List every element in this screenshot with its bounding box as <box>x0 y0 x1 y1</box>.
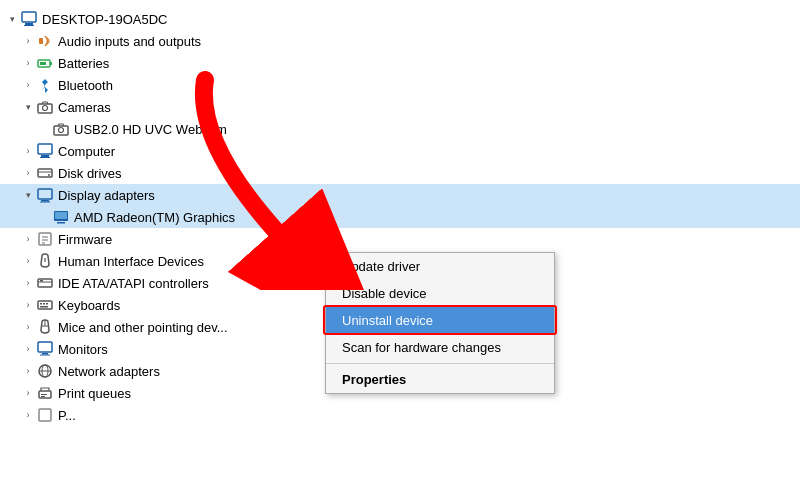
expand-firmware-icon: › <box>20 231 36 247</box>
svg-rect-46 <box>41 396 45 397</box>
svg-rect-22 <box>57 222 65 224</box>
svg-rect-18 <box>41 200 49 202</box>
tree-item-firmware[interactable]: › Firmware <box>0 228 800 250</box>
expand-batteries-icon: › <box>20 55 36 71</box>
firmware-icon <box>36 230 54 248</box>
context-scan-changes[interactable]: Scan for hardware changes <box>326 334 554 361</box>
context-menu: Update driver Disable device Uninstall d… <box>325 252 555 394</box>
print-icon <box>36 384 54 402</box>
svg-rect-38 <box>38 342 52 352</box>
expand-print-icon: › <box>20 385 36 401</box>
cameras-icon <box>36 98 54 116</box>
context-update-driver[interactable]: Update driver <box>326 253 554 280</box>
svg-rect-45 <box>41 394 47 395</box>
context-uninstall-device[interactable]: Uninstall device <box>326 307 554 334</box>
bluetooth-label: Bluetooth <box>58 78 113 93</box>
display-icon <box>36 186 54 204</box>
svg-rect-17 <box>38 189 52 199</box>
tree-item-audio[interactable]: › Audio inputs and outputs <box>0 30 800 52</box>
svg-rect-11 <box>38 144 52 154</box>
svg-rect-31 <box>38 301 52 309</box>
computer-icon <box>20 10 38 28</box>
svg-rect-33 <box>43 303 45 305</box>
tree-item-disk[interactable]: › Disk drives <box>0 162 800 184</box>
audio-icon <box>36 32 54 50</box>
tree-item-webcam[interactable]: USB2.0 HD UVC Webcam <box>0 118 800 140</box>
svg-rect-5 <box>50 62 52 65</box>
hid-label: Human Interface Devices <box>58 254 204 269</box>
svg-rect-35 <box>40 306 48 308</box>
tree-item-cameras[interactable]: ▾ Cameras <box>0 96 800 118</box>
svg-point-8 <box>43 106 48 111</box>
expand-disk-icon: › <box>20 165 36 181</box>
disk-icon <box>36 164 54 182</box>
svg-rect-14 <box>38 169 52 177</box>
mice-label: Mice and other pointing dev... <box>58 320 228 335</box>
svg-rect-0 <box>22 12 36 22</box>
audio-label: Audio inputs and outputs <box>58 34 201 49</box>
webcam-icon <box>52 120 70 138</box>
expand-display-icon: ▾ <box>20 187 36 203</box>
root-label: DESKTOP-19OA5DC <box>42 12 167 27</box>
bluetooth-icon <box>36 76 54 94</box>
svg-rect-2 <box>24 25 34 26</box>
expand-keyboards-icon: › <box>20 297 36 313</box>
ide-icon <box>36 274 54 292</box>
monitors-label: Monitors <box>58 342 108 357</box>
monitors-icon <box>36 340 54 358</box>
tree-item-computer[interactable]: › Computer <box>0 140 800 162</box>
batteries-icon <box>36 54 54 72</box>
context-divider <box>326 363 554 364</box>
svg-rect-13 <box>40 157 50 158</box>
firmware-label: Firmware <box>58 232 112 247</box>
tree-item-display[interactable]: ▾ Display adapters <box>0 184 800 206</box>
tree-item-p[interactable]: › P... <box>0 404 800 426</box>
tree-item-batteries[interactable]: › Batteries <box>0 52 800 74</box>
svg-point-16 <box>48 174 50 176</box>
svg-rect-30 <box>40 280 43 282</box>
expand-computer-icon: › <box>20 143 36 159</box>
amd-icon <box>52 208 70 226</box>
svg-rect-19 <box>40 202 50 203</box>
svg-rect-40 <box>40 355 50 356</box>
expand-cameras-icon: ▾ <box>20 99 36 115</box>
expand-monitors-icon: › <box>20 341 36 357</box>
tree-root[interactable]: ▾ DESKTOP-19OA5DC <box>0 8 800 30</box>
expand-root-icon: ▾ <box>4 11 20 27</box>
expand-hid-icon: › <box>20 253 36 269</box>
expand-amd-icon <box>36 209 52 225</box>
svg-rect-34 <box>46 303 48 305</box>
print-label: Print queues <box>58 386 131 401</box>
expand-webcam-icon <box>36 121 52 137</box>
svg-rect-32 <box>40 303 42 305</box>
svg-rect-6 <box>40 62 46 65</box>
svg-rect-47 <box>39 409 51 421</box>
keyboards-label: Keyboards <box>58 298 120 313</box>
keyboards-icon <box>36 296 54 314</box>
device-manager: ▾ DESKTOP-19OA5DC › Audio inputs and out… <box>0 0 800 500</box>
tree-item-bluetooth[interactable]: › Bluetooth <box>0 74 800 96</box>
context-disable-device[interactable]: Disable device <box>326 280 554 307</box>
expand-audio-icon: › <box>20 33 36 49</box>
svg-rect-21 <box>55 212 67 219</box>
display-label: Display adapters <box>58 188 155 203</box>
disk-label: Disk drives <box>58 166 122 181</box>
expand-ide-icon: › <box>20 275 36 291</box>
mice-icon <box>36 318 54 336</box>
expand-p-icon: › <box>20 407 36 423</box>
batteries-label: Batteries <box>58 56 109 71</box>
hid-icon <box>36 252 54 270</box>
computer-tree-icon <box>36 142 54 160</box>
svg-rect-1 <box>25 23 33 25</box>
cameras-label: Cameras <box>58 100 111 115</box>
context-properties[interactable]: Properties <box>326 366 554 393</box>
p-label: P... <box>58 408 76 423</box>
svg-rect-3 <box>39 38 43 44</box>
tree-item-amd[interactable]: AMD Radeon(TM) Graphics <box>0 206 800 228</box>
ide-label: IDE ATA/ATAPI controllers <box>58 276 209 291</box>
amd-label: AMD Radeon(TM) Graphics <box>74 210 235 225</box>
computer-label: Computer <box>58 144 115 159</box>
svg-point-10 <box>59 128 64 133</box>
svg-rect-12 <box>41 155 49 157</box>
expand-network-icon: › <box>20 363 36 379</box>
